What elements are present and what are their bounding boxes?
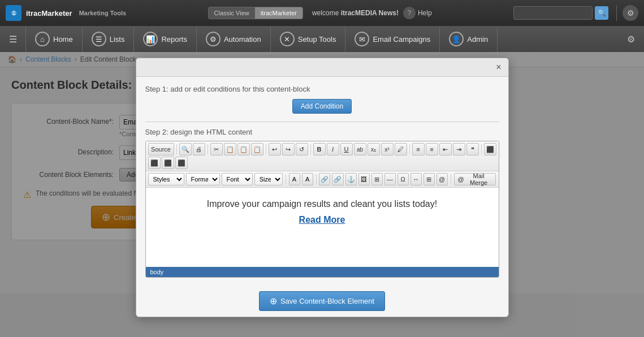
horizontal-rule-button[interactable]: — [384,173,396,185]
blockquote-button[interactable]: ❝ [466,143,479,155]
welcome-text: welcome itracMEDIA News! [312,9,399,17]
outdent-button[interactable]: ⇤ [439,143,452,155]
text-color-button[interactable]: A [289,173,300,185]
modal-overlay: × Step 1: add or edit conditions for thi… [0,52,644,337]
content-block-modal: × Step 1: add or edit conditions for thi… [136,58,509,317]
step1-text: Step 1: add or edit conditions for this … [145,85,499,93]
nav-admin-label: Admin [467,35,488,44]
at-icon: @ [458,176,464,183]
bold-button[interactable]: B [313,143,326,155]
link-button[interactable]: 🔗 [319,173,330,185]
instance-btn[interactable]: itracMarketer [255,7,302,19]
refresh-button[interactable]: ↺ [296,143,308,155]
maximize-button[interactable]: ⊞ [423,173,435,185]
image-button[interactable]: 🖼 [358,173,370,185]
underline-button[interactable]: U [340,143,353,155]
nav-settings-btn[interactable]: ⚙ [618,26,644,52]
toolbar-sep-7 [286,174,286,184]
table-button[interactable]: ⊞ [371,173,383,185]
save-btn-label: Save Content-Block Element [280,297,374,305]
font-select[interactable]: Font [222,173,253,185]
align-right-button[interactable]: ⬛ [162,157,174,169]
reports-icon: 📊 [143,32,158,46]
ordered-list-button[interactable]: ≡ [426,143,438,155]
top-settings-button[interactable]: ⚙ [623,5,638,21]
search-area: 🔍 [513,6,608,20]
toolbar-sep-5 [409,144,410,154]
nav-items: ⌂ Home ☰ Lists 📊 Reports ⚙ Automation ✕ … [26,26,618,52]
automation-icon: ⚙ [206,32,221,46]
save-content-block-element-button[interactable]: ⊕ Save Content-Block Element [259,291,385,311]
anchor-button[interactable]: ⚓ [345,173,357,185]
hamburger-icon: ☰ [9,34,17,45]
logo-area: ① itracMarketer Marketing Tools [6,5,126,21]
nav-setup-tools[interactable]: ✕ Setup Tools [271,26,346,52]
cut-button[interactable]: ✂ [210,143,223,155]
unlink-button[interactable]: 🔗 [332,173,343,185]
help-btn[interactable]: ? Help [403,7,432,19]
align-justify-button[interactable]: ⬛ [175,157,188,169]
editor-toolbar-row2: Styles Format Font Size A A 🔗 [146,171,499,188]
nav-home[interactable]: ⌂ Home [26,26,83,52]
nav-hamburger-btn[interactable]: ☰ [0,26,26,52]
nav-lists[interactable]: ☰ Lists [83,26,135,52]
lists-icon: ☰ [92,32,106,46]
special-char-button[interactable]: Ω [397,173,409,185]
home-icon: ⌂ [35,32,50,46]
email-campaigns-icon: ✉ [355,32,369,46]
toolbar-sep-3 [266,144,266,154]
view-toggle: Classic View itracMarketer [208,7,303,19]
source-button[interactable]: Source [148,143,174,155]
toolbar-sep-4 [310,144,311,154]
editor-status-text: body [150,269,164,275]
editor-main-text: Improve your campaign results and cleant… [157,199,487,209]
paste-button[interactable]: 📋 [237,143,250,155]
modal-close-button[interactable]: × [496,63,501,72]
nav-admin[interactable]: 👤 Admin [440,26,498,52]
strikethrough-button[interactable]: ab [354,143,366,155]
copy-button[interactable]: 📋 [224,143,236,155]
logo-icon: ① [6,5,21,21]
logo-symbol: ① [11,10,16,16]
italic-button[interactable]: I [327,143,339,155]
html-editor: Source 🔍 🖨 ✂ 📋 📋 📋 ↩ ↪ ↺ B I U [145,141,499,278]
styles-select[interactable]: Styles [148,173,184,185]
toolbar-sep-2 [208,144,208,154]
nav-reports[interactable]: 📊 Reports [134,26,197,52]
toolbar-sep-8 [316,174,317,184]
format-select[interactable]: Format [186,173,220,185]
add-condition-button[interactable]: Add Condition [292,99,352,114]
unordered-list-button[interactable]: ≡ [412,143,425,155]
indent-button[interactable]: ⇥ [453,143,465,155]
align-left-button[interactable]: ⬛ [484,143,496,155]
mail-merge-button[interactable]: @ Mail Merge [454,173,496,185]
nav-automation[interactable]: ⚙ Automation [197,26,271,52]
classic-view-btn[interactable]: Classic View [209,7,255,19]
nav-bar: ☰ ⌂ Home ☰ Lists 📊 Reports ⚙ Automation … [0,26,644,52]
size-select[interactable]: Size [254,173,283,185]
search-input[interactable] [513,6,593,20]
find-button[interactable]: 🔍 [179,143,192,155]
clear-format-button[interactable]: 🖊 [395,143,407,155]
bg-color-button[interactable]: A [302,173,313,185]
search-button[interactable]: 🔍 [595,6,608,20]
modal-footer: ⊕ Save Content-Block Element [136,286,508,317]
subscript-button[interactable]: x₂ [368,143,380,155]
undo-button[interactable]: ↩ [269,143,281,155]
modal-header: × [136,58,508,77]
help-icon: ? [403,7,416,19]
top-bar: ① itracMarketer Marketing Tools Classic … [0,0,644,26]
source-view-button[interactable]: @ [436,173,448,185]
editor-read-more-link[interactable]: Read More [299,215,345,224]
nav-setup-tools-label: Setup Tools [298,35,336,44]
redo-button[interactable]: ↪ [282,143,295,155]
superscript-button[interactable]: x² [381,143,394,155]
nav-email-campaigns[interactable]: ✉ Email Campaigns [345,26,440,52]
mail-merge-label: Mail Merge [465,172,492,186]
align-center-button[interactable]: ⬛ [148,157,161,169]
paste-text-button[interactable]: 📋 [251,143,263,155]
print-button[interactable]: 🖨 [193,143,205,155]
iframe-button[interactable]: ↔ [410,173,422,185]
top-bar-right: ⚙ [614,5,638,21]
editor-content-area[interactable]: Improve your campaign results and cleant… [146,188,499,267]
